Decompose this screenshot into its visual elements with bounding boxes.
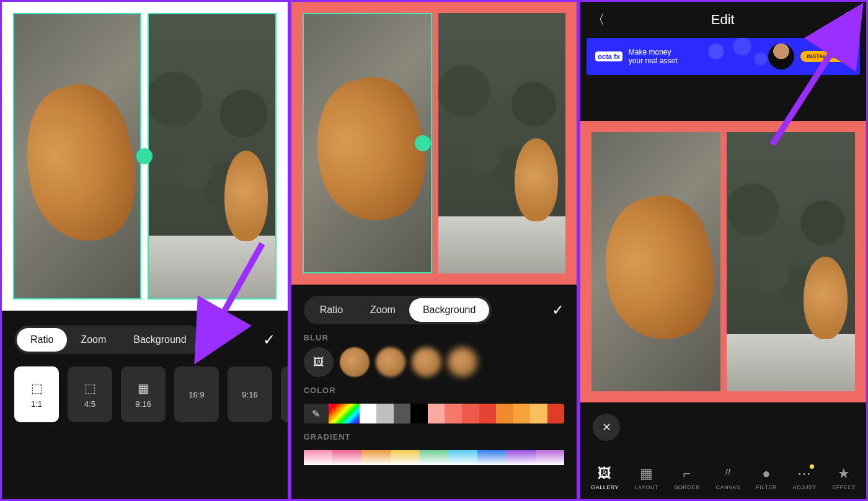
confirm-button[interactable]: ✓	[263, 331, 275, 348]
blur-level-4[interactable]	[448, 347, 477, 377]
gradient-swatch[interactable]	[391, 450, 420, 465]
adjust-icon: ⋯	[797, 466, 812, 482]
tab-background[interactable]: Background	[409, 298, 489, 322]
color-swatch[interactable]	[479, 404, 497, 423]
collage-divider-handle[interactable]	[136, 148, 153, 164]
tab-zoom[interactable]: Zoom	[67, 328, 120, 352]
section-label-gradient: GRADIENT	[291, 423, 577, 446]
ratio-label: 16:9	[188, 390, 204, 399]
nav-gallery[interactable]: 🖼GALLERY	[591, 466, 619, 490]
filter-icon: ●	[762, 466, 771, 482]
nav-label: CANVAS	[716, 484, 740, 490]
color-swatch[interactable]	[530, 404, 547, 423]
canvas-tab-row: Ratio Zoom Background ✓	[291, 296, 577, 324]
nav-border[interactable]: ⌐BORDER	[675, 466, 701, 490]
nav-filter[interactable]: ●FILTER	[756, 466, 777, 490]
ad-text: Make money your real asset	[629, 48, 678, 66]
collage-slot-2[interactable]	[727, 132, 855, 391]
gradient-swatch[interactable]	[304, 450, 333, 465]
ad-banner[interactable]: octa fx Make money your real asset INSTA…	[587, 38, 860, 75]
collage-canvas[interactable]	[291, 2, 577, 285]
color-swatch-strip[interactable]: ✎	[304, 404, 565, 423]
ad-line-1: Make money	[629, 48, 678, 56]
ig-icon: ⬚	[31, 381, 43, 396]
collage-slot-1[interactable]	[591, 132, 720, 391]
ratio-option-45[interactable]: ⬚4:5	[68, 366, 112, 422]
tab-zoom[interactable]: Zoom	[356, 298, 409, 322]
gallery-icon: 🖼	[598, 466, 612, 482]
chevron-left-icon: 〈	[591, 12, 605, 27]
tab-ratio[interactable]: Ratio	[306, 298, 356, 322]
page-title: Edit	[711, 12, 735, 28]
color-swatch[interactable]	[376, 404, 394, 423]
collage-slot-1[interactable]	[303, 13, 432, 273]
color-swatch[interactable]	[496, 404, 513, 423]
confirm-button[interactable]: ✓	[552, 301, 564, 319]
eyedropper-button[interactable]: ✎	[304, 404, 329, 423]
layout-icon: ▦	[640, 466, 653, 482]
gradient-swatch[interactable]	[361, 450, 391, 465]
screen-background: Ratio Zoom Background ✓ BLUR 🖼 COLOR ✎ G…	[290, 0, 579, 501]
gradient-swatch[interactable]	[507, 450, 536, 465]
nav-label: LAYOUT	[635, 484, 658, 490]
shuffle-button[interactable]: ✕	[593, 414, 620, 441]
color-swatch[interactable]	[394, 404, 411, 423]
spacer	[580, 84, 866, 121]
gradient-swatch[interactable]	[448, 450, 477, 465]
color-swatch[interactable]	[547, 404, 564, 423]
screen-ratio: Ratio Zoom Background ✓ ⬚1:1⬚4:5▦9:1616:…	[0, 0, 290, 501]
color-swatch[interactable]	[462, 404, 479, 423]
bottom-nav: 🖼GALLERY▦LAYOUT⌐BORDER〃CANVAS●FILTER⋯ADJ…	[580, 457, 866, 499]
gradient-swatch[interactable]	[477, 450, 507, 465]
nav-layout[interactable]: ▦LAYOUT	[635, 466, 658, 490]
ratio-label: 1:1	[31, 399, 42, 409]
color-swatch[interactable]	[513, 404, 531, 423]
ratio-label: 9:16	[135, 399, 151, 409]
blur-options-row: 🖼	[291, 347, 577, 377]
nav-effect[interactable]: ★EFFECT	[832, 466, 856, 490]
ratio-option-55[interactable]: 5.5''	[281, 366, 288, 422]
share-icon	[840, 11, 855, 25]
ratio-options-row[interactable]: ⬚1:1⬚4:5▦9:1616:99:165.5''	[2, 354, 288, 435]
ratio-option-169[interactable]: 16:9	[174, 366, 219, 422]
collage-slot-1[interactable]	[13, 13, 141, 299]
blur-level-2[interactable]	[376, 347, 405, 377]
custom-color-picker[interactable]	[329, 404, 360, 423]
color-swatch[interactable]	[445, 404, 462, 423]
color-swatch[interactable]	[360, 404, 377, 423]
ad-decoration	[701, 38, 776, 75]
collage-slot-2[interactable]	[438, 13, 565, 273]
nav-label: ADJUST	[793, 484, 817, 490]
ad-cta-button[interactable]: INSTALL NOW	[800, 51, 851, 62]
blur-pick-image-button[interactable]: 🖼	[304, 347, 334, 377]
tab-ratio[interactable]: Ratio	[17, 328, 67, 352]
back-button[interactable]: 〈	[591, 11, 605, 29]
color-swatch[interactable]	[410, 404, 428, 423]
section-label-blur: BLUR	[291, 324, 577, 347]
tab-background[interactable]: Background	[120, 328, 200, 352]
gradient-swatch[interactable]	[420, 450, 449, 465]
gradient-swatch[interactable]	[536, 450, 565, 465]
nav-canvas[interactable]: 〃CANVAS	[716, 463, 740, 490]
blur-level-3[interactable]	[412, 347, 441, 377]
color-swatch[interactable]	[428, 404, 445, 423]
ad-line-2: your real asset	[629, 56, 678, 65]
ratio-option-11[interactable]: ⬚1:1	[14, 366, 59, 422]
gradient-swatch-strip[interactable]	[304, 450, 565, 465]
share-button[interactable]	[840, 11, 855, 29]
ratio-option-916[interactable]: 9:16	[228, 366, 272, 422]
ratio-option-916[interactable]: ▦9:16	[121, 366, 166, 422]
canvas-icon: 〃	[721, 463, 735, 482]
collage-slot-2[interactable]	[148, 13, 276, 299]
blur-level-1[interactable]	[340, 347, 370, 377]
eyedropper-icon: ✎	[312, 408, 320, 420]
collage-divider-handle[interactable]	[415, 135, 431, 151]
collage-canvas[interactable]	[2, 2, 288, 311]
image-icon: 🖼	[313, 356, 324, 369]
nav-adjust[interactable]: ⋯ADJUST	[793, 466, 817, 490]
gradient-swatch[interactable]	[332, 450, 361, 465]
collage-canvas[interactable]	[580, 121, 866, 402]
nav-label: FILTER	[756, 484, 777, 490]
canvas-tab-pill: Ratio Zoom Background	[14, 326, 203, 354]
shuffle-icon: ✕	[602, 421, 611, 433]
